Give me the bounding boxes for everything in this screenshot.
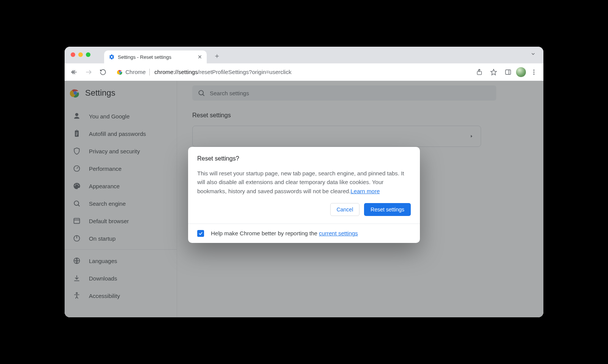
bookmark-star-button[interactable] [487,66,500,79]
sidepanel-button[interactable] [502,66,515,79]
dialog-title: Reset settings? [197,155,411,162]
browser-window: Settings - Reset settings ✕ ＋ [65,47,543,317]
window-controls [71,52,90,57]
learn-more-link[interactable]: Learn more [351,188,380,194]
cancel-button[interactable]: Cancel [330,203,360,216]
new-tab-button[interactable]: ＋ [214,51,220,60]
current-settings-link[interactable]: current settings [319,230,358,236]
chrome-logo-icon [117,69,123,75]
svg-rect-6 [505,70,511,74]
fullscreen-window-icon[interactable] [86,52,90,57]
report-text: Help make Chrome better by reporting the… [211,230,358,236]
browser-toolbar: Chrome chrome://settings/resetProfileSet… [65,63,543,81]
svg-marker-5 [491,69,497,75]
url: chrome://settings/resetProfileSettings?o… [154,69,291,75]
address-bar[interactable]: Chrome chrome://settings/resetProfileSet… [113,66,469,79]
nav-forward-button [82,66,95,79]
reload-button[interactable] [97,66,109,79]
report-checkbox[interactable] [197,230,204,237]
nav-back-button[interactable] [68,66,81,79]
svg-point-10 [534,73,535,74]
check-icon [198,231,203,236]
browser-tab[interactable]: Settings - Reset settings ✕ [104,50,207,63]
dialog-body: This will reset your startup page, new t… [197,169,411,195]
reset-settings-dialog: Reset settings? This will reset your sta… [188,147,420,243]
chrome-menu-button[interactable] [527,66,540,79]
reset-settings-button[interactable]: Reset settings [364,203,411,216]
site-identity: Chrome [117,69,151,76]
site-name: Chrome [125,69,146,75]
svg-point-8 [534,69,535,71]
profile-avatar-button[interactable] [516,67,526,77]
tab-strip: Settings - Reset settings ✕ ＋ [65,47,543,63]
tab-list-chevron-icon[interactable] [530,51,536,58]
close-tab-icon[interactable]: ✕ [196,52,204,61]
close-window-icon[interactable] [71,52,75,57]
tab-title: Settings - Reset settings [118,54,171,60]
share-button[interactable] [473,66,486,79]
svg-point-9 [534,71,535,72]
minimize-window-icon[interactable] [78,52,83,57]
gear-icon [109,54,115,60]
